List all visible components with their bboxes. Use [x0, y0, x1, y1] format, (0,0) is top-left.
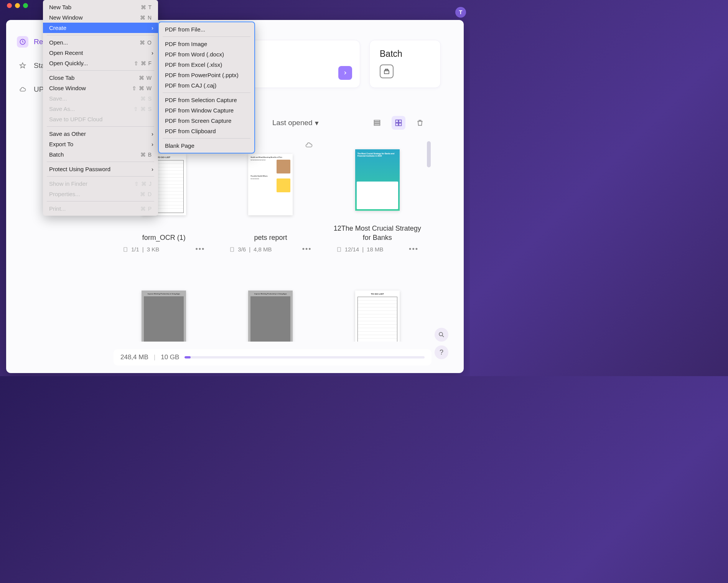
- menu-item[interactable]: Blank Page: [159, 140, 254, 151]
- svg-rect-8: [399, 123, 402, 126]
- file-thumbnail: TO DO LIST: [333, 264, 422, 342]
- menu-item[interactable]: Save as Other›: [43, 129, 158, 139]
- menu-separator: [47, 126, 154, 127]
- menu-item[interactable]: PDF from Clipboard: [159, 126, 254, 136]
- file-card[interactable]: The Most Crucial Strategy for Banks and …: [333, 139, 422, 253]
- question-icon: ?: [440, 348, 443, 357]
- menu-separator: [163, 138, 250, 139]
- menu-item[interactable]: PDF from Selection Capture: [159, 95, 254, 105]
- menu-item[interactable]: Batch⌘ B: [43, 149, 158, 160]
- menu-item[interactable]: Create›: [43, 23, 158, 33]
- menu-item[interactable]: PDF from Window Capture: [159, 105, 254, 116]
- menu-item-label: Create: [49, 25, 66, 31]
- file-pages: 1/1: [131, 246, 139, 253]
- file-card[interactable]: TO DO LIST: [333, 264, 422, 342]
- window-close-button[interactable]: [7, 3, 12, 8]
- file-card[interactable]: Health and Mood-Boosting Benefits of Pet…: [226, 139, 315, 253]
- menu-separator: [163, 36, 250, 37]
- menu-item[interactable]: New Tab⌘ T: [43, 2, 158, 12]
- grid-view-button[interactable]: [392, 116, 405, 130]
- file-card[interactable]: Improve Working Productivity in Using Ap…: [226, 264, 315, 342]
- file-meta: 12/14 | 18 MB •••: [333, 245, 422, 253]
- sort-dropdown[interactable]: Last opened ▾: [272, 119, 319, 127]
- menu-item[interactable]: Open Recent›: [43, 48, 158, 58]
- menu-item-label: PDF from CAJ (.caj): [165, 82, 216, 89]
- menu-item[interactable]: Open Quickly...⇧ ⌘ F: [43, 58, 158, 68]
- menu-shortcut: ⌘ D: [140, 191, 152, 197]
- chevron-right-icon: ›: [152, 50, 153, 56]
- svg-rect-11: [338, 247, 341, 251]
- menu-item-label: Print...: [49, 205, 66, 212]
- menu-shortcut: ⌘ O: [140, 40, 152, 46]
- menu-item[interactable]: PDF from File...: [159, 24, 254, 35]
- menu-shortcut: ⇧ ⌘ J: [134, 181, 152, 187]
- trash-button[interactable]: [413, 116, 427, 130]
- sort-label-text: Last opened: [272, 119, 313, 127]
- menu-shortcut: ⌘ P: [140, 206, 152, 212]
- file-thumbnail: Improve Working Productivity in Using Ap…: [226, 264, 315, 342]
- chevron-right-icon[interactable]: [338, 66, 352, 80]
- window-zoom-button[interactable]: [23, 3, 28, 8]
- menu-separator: [47, 201, 154, 201]
- menu-item[interactable]: Open...⌘ O: [43, 37, 158, 48]
- menu-item[interactable]: New Window⌘ N: [43, 12, 158, 23]
- menu-item-label: New Tab: [49, 4, 71, 10]
- menu-item[interactable]: PDF from Screen Capture: [159, 116, 254, 126]
- star-icon: [17, 60, 28, 71]
- list-view-button[interactable]: [370, 116, 384, 130]
- sidebar-item-label: UP: [34, 85, 44, 94]
- file-card[interactable]: Improve Working Productivity in Using Ap…: [120, 264, 208, 342]
- menu-shortcut: ⌘ N: [140, 15, 152, 21]
- search-button[interactable]: [435, 328, 448, 342]
- svg-rect-3: [374, 122, 380, 123]
- menu-item-label: Save to UPDF Cloud: [49, 116, 102, 122]
- svg-rect-1: [384, 71, 389, 74]
- file-name: 12The Most Crucial Strategy for Banks: [333, 224, 422, 242]
- tile-title: Batch: [380, 49, 430, 59]
- search-icon: [438, 331, 445, 338]
- menu-item-label: New Window: [49, 14, 83, 21]
- file-name: form_OCR (1): [120, 233, 208, 242]
- menu-item[interactable]: PDF from Image: [159, 39, 254, 49]
- menu-shortcut: ⇧ ⌘ S: [133, 106, 152, 112]
- svg-rect-6: [399, 120, 402, 123]
- menu-item[interactable]: PDF from CAJ (.caj): [159, 80, 254, 91]
- menu-item: Properties...⌘ D: [43, 189, 158, 199]
- menu-item-label: Open Quickly...: [49, 60, 88, 66]
- menu-separator: [47, 70, 154, 71]
- menu-shortcut: ⇧ ⌘ W: [132, 85, 152, 91]
- menu-item: Show in Finder⇧ ⌘ J: [43, 178, 158, 189]
- menu-item[interactable]: Protect Using Password›: [43, 164, 158, 174]
- page-icon: [123, 247, 128, 252]
- menu-item-label: PDF from Window Capture: [165, 107, 234, 114]
- more-icon[interactable]: •••: [409, 245, 418, 253]
- menu-item[interactable]: PDF from Excel (.xlsx): [159, 59, 254, 70]
- file-size: 18 MB: [367, 246, 383, 253]
- chevron-right-icon: ›: [152, 141, 153, 147]
- menu-item[interactable]: PDF from PowerPoint (.pptx): [159, 70, 254, 80]
- scrollbar-thumb[interactable]: [427, 141, 431, 167]
- svg-rect-4: [374, 124, 380, 125]
- file-name: pets report: [226, 233, 315, 242]
- menu-item-label: Save...: [49, 95, 67, 102]
- create-submenu: PDF from File...PDF from ImagePDF from W…: [158, 21, 255, 154]
- storage-track: [184, 356, 425, 358]
- more-icon[interactable]: •••: [195, 245, 205, 253]
- chevron-right-icon: ›: [152, 25, 153, 31]
- svg-rect-10: [231, 247, 234, 251]
- window-minimize-button[interactable]: [15, 3, 20, 8]
- storage-fill: [184, 356, 191, 358]
- menu-separator: [47, 35, 154, 35]
- menu-shortcut: ⇧ ⌘ F: [134, 60, 152, 66]
- menu-item: Print...⌘ P: [43, 203, 158, 214]
- menu-item[interactable]: Export To›: [43, 139, 158, 149]
- help-button[interactable]: ?: [435, 345, 448, 359]
- more-icon[interactable]: •••: [302, 245, 312, 253]
- menu-item[interactable]: PDF from Word (.docx): [159, 49, 254, 59]
- clock-icon: [17, 36, 28, 48]
- menu-item[interactable]: Close Window⇧ ⌘ W: [43, 83, 158, 93]
- menu-item[interactable]: Close Tab⌘ W: [43, 73, 158, 83]
- tile-batch[interactable]: Batch: [369, 40, 441, 88]
- file-thumbnail: Improve Working Productivity in Using Ap…: [120, 264, 208, 342]
- menu-shortcut: ⌘ S: [140, 96, 152, 102]
